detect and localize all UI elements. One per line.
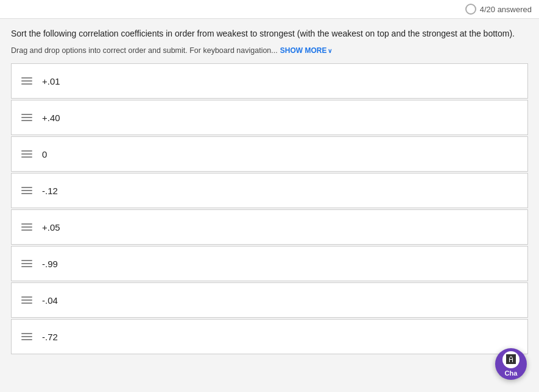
item-value: -.99 [42, 259, 58, 269]
drag-handle-icon [21, 296, 32, 304]
item-value: +.01 [42, 76, 60, 86]
list-item[interactable]: -.12 [11, 173, 528, 208]
question-text: Sort the following correlation coefficie… [11, 27, 528, 40]
answered-text: 4/20 answered [480, 5, 532, 14]
list-item[interactable]: -.99 [11, 246, 528, 281]
main-content: Sort the following correlation coefficie… [0, 19, 539, 364]
list-item[interactable]: 0 [11, 136, 528, 172]
chat-avatar-icon: 🅰 [502, 351, 520, 368]
list-item[interactable]: +.01 [11, 63, 528, 99]
item-value: -.72 [42, 332, 58, 342]
list-item[interactable]: +.40 [11, 100, 528, 135]
answered-badge: 4/20 answered [465, 4, 532, 15]
item-value: -.04 [42, 295, 58, 306]
list-item[interactable]: -.72 [11, 319, 528, 354]
answered-circle-icon [465, 4, 476, 15]
chat-icon-inner: 🅰 Cha [502, 351, 520, 377]
drag-handle-icon [21, 77, 32, 85]
drag-handle-icon [21, 114, 32, 121]
list-item[interactable]: +.05 [11, 209, 528, 245]
item-value: +.05 [42, 222, 60, 233]
list-item[interactable]: -.04 [11, 282, 528, 318]
drag-handle-icon [21, 150, 32, 158]
chat-label: Cha [505, 369, 518, 377]
show-more-link[interactable]: SHOW MORE ∨ [280, 46, 333, 55]
instructions: Drag and drop options into correct order… [11, 46, 528, 55]
drag-handle-icon [21, 187, 32, 194]
drag-handle-icon [21, 333, 32, 340]
instruction-text: Drag and drop options into correct order… [11, 46, 278, 55]
drag-items-container: +.01+.400-.12+.05-.99-.04-.72 [11, 63, 528, 355]
show-more-label: SHOW MORE [280, 46, 327, 55]
drag-handle-icon [21, 223, 32, 231]
chat-button[interactable]: 🅰 Cha [495, 348, 527, 380]
top-bar: 4/20 answered [0, 0, 539, 19]
item-value: +.40 [42, 113, 60, 123]
item-value: -.12 [42, 186, 58, 196]
chevron-down-icon: ∨ [328, 47, 332, 54]
item-value: 0 [42, 149, 47, 159]
drag-handle-icon [21, 260, 32, 267]
